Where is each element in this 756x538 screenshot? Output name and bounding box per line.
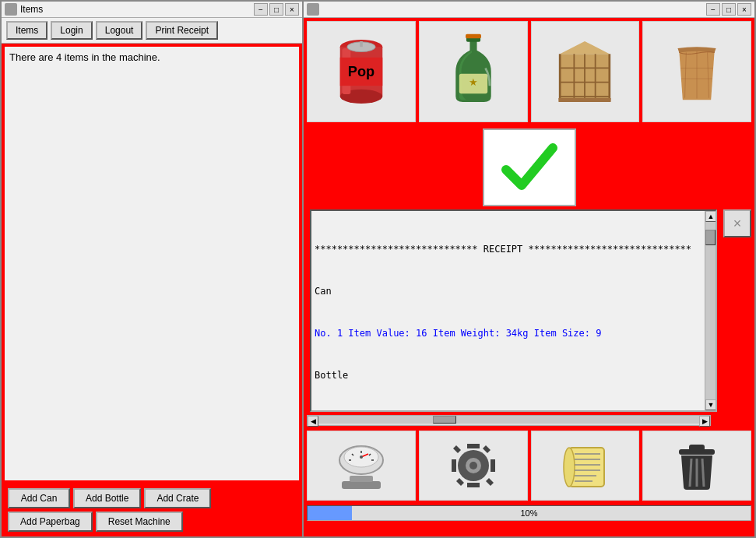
left-close-btn[interactable]: × — [285, 3, 299, 16]
progress-label: 10% — [308, 506, 751, 520]
right-window-controls: − □ × — [706, 3, 751, 16]
scroll-track[interactable] — [705, 222, 716, 399]
hscroll-left-btn[interactable]: ◀ — [308, 416, 318, 427]
svg-rect-7 — [360, 41, 363, 47]
svg-line-52 — [690, 459, 691, 487]
svg-rect-28 — [342, 481, 381, 489]
left-minimize-btn[interactable]: − — [254, 3, 268, 16]
svg-point-38 — [360, 455, 363, 459]
right-close-btn[interactable]: × — [737, 3, 751, 16]
progress-bar-container: 10% — [307, 505, 751, 521]
scroll-svg-icon — [557, 438, 612, 493]
items-display-grid: Pop ★ — [304, 18, 754, 125]
svg-text:Pop: Pop — [348, 64, 374, 79]
right-title-area — [307, 3, 319, 16]
receipt-line2: Can — [315, 284, 701, 298]
add-crate-btn[interactable]: Add Crate — [144, 488, 211, 508]
crate-display — [531, 21, 640, 122]
checkmark-icon — [498, 140, 561, 195]
left-window-title: Items — [20, 4, 43, 15]
reset-machine-btn[interactable]: Reset Machine — [96, 512, 183, 532]
receipt-container[interactable]: ***************************** RECEIPT **… — [310, 209, 717, 412]
can-svg-icon: Pop — [326, 33, 396, 111]
add-paperbag-btn[interactable]: Add Paperbag — [8, 512, 93, 532]
scale-cell[interactable] — [307, 431, 416, 501]
receipt-line1: ***************************** RECEIPT **… — [315, 242, 701, 256]
svg-text:★: ★ — [469, 76, 478, 88]
receipt-line3: No. 1 Item Value: 16 Item Weight: 34kg I… — [315, 326, 701, 340]
svg-rect-9 — [466, 34, 481, 38]
bottom-icons-grid — [304, 427, 754, 504]
svg-rect-29 — [350, 476, 373, 482]
svg-line-54 — [702, 459, 704, 487]
scroll-cell[interactable] — [531, 431, 640, 501]
left-title-area: Items — [5, 3, 43, 16]
app-icon — [5, 3, 17, 16]
left-window-controls: − □ × — [254, 3, 299, 16]
hscroll-thumb[interactable] — [433, 416, 456, 424]
right-maximize-btn[interactable]: □ — [722, 3, 736, 16]
hscroll-track[interactable] — [318, 416, 699, 424]
hscroll-right-btn[interactable]: ▶ — [699, 416, 710, 427]
add-buttons-row1: Add Can Add Bottle Add Crate — [5, 488, 299, 508]
checkmark-box — [483, 128, 576, 206]
action-buttons-area: Add Can Add Bottle Add Crate Add Paperba… — [2, 483, 302, 536]
status-display: There are 4 items in the machine. — [5, 47, 299, 480]
bottle-display: ★ — [419, 21, 528, 122]
right-app-icon — [307, 3, 319, 16]
add-buttons-row2: Add Paperbag Reset Machine — [5, 512, 299, 532]
receipt-hscrollbar[interactable]: ◀ ▶ — [307, 415, 711, 426]
logout-btn[interactable]: Logout — [96, 21, 143, 40]
items-tab-btn[interactable]: Items — [6, 21, 47, 40]
can-display: Pop — [307, 21, 416, 122]
add-can-btn[interactable]: Add Can — [8, 488, 70, 508]
bottle-svg-icon: ★ — [438, 33, 508, 111]
scroll-thumb[interactable] — [705, 230, 716, 245]
login-btn[interactable]: Login — [51, 21, 92, 40]
left-maximize-btn[interactable]: □ — [269, 3, 283, 16]
left-panel: Items − □ × Items Login Logout Print Rec… — [0, 0, 304, 538]
scroll-down-btn[interactable]: ▼ — [705, 399, 716, 410]
scroll-up-btn[interactable]: ▲ — [705, 211, 716, 222]
scale-icon — [334, 438, 389, 493]
add-bottle-btn[interactable]: Add Bottle — [73, 488, 141, 508]
svg-marker-13 — [561, 41, 610, 54]
print-receipt-btn[interactable]: Print Receipt — [146, 21, 218, 40]
clear-btn[interactable]: × — [723, 209, 751, 237]
svg-rect-51 — [689, 445, 705, 451]
svg-point-41 — [469, 462, 477, 469]
receipt-text-area: ***************************** RECEIPT **… — [311, 211, 705, 410]
paperbag-svg-icon — [662, 33, 732, 111]
paperbag-display — [642, 21, 751, 122]
left-titlebar: Items − □ × — [2, 2, 302, 18]
crate-svg-icon — [550, 33, 620, 111]
right-panel: − □ × Pop — [304, 0, 756, 538]
gear-cell[interactable] — [419, 431, 528, 501]
receipt-line4: Bottle — [315, 368, 701, 382]
receipt-vertical-scrollbar[interactable]: ▲ ▼ — [705, 211, 716, 410]
checkmark-area — [304, 125, 754, 209]
left-toolbar: Items Login Logout Print Receipt — [2, 18, 302, 44]
right-titlebar: − □ × — [304, 2, 754, 18]
status-text: There are 4 items in the machine. — [9, 51, 160, 63]
x-btn-wrapper: × — [720, 209, 751, 237]
right-minimize-btn[interactable]: − — [706, 3, 720, 16]
trash-cell[interactable] — [642, 431, 751, 501]
receipt-wrapper: ***************************** RECEIPT **… — [304, 209, 754, 415]
svg-rect-22 — [559, 98, 611, 102]
svg-point-43 — [564, 448, 575, 487]
gear-svg-icon — [446, 438, 501, 493]
trash-svg-icon — [670, 438, 724, 493]
